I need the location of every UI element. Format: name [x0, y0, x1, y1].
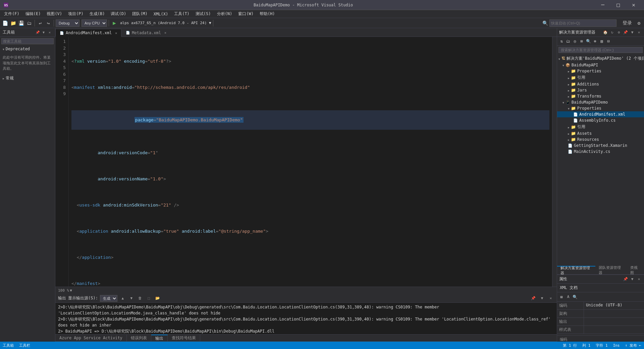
menu-debug[interactable]: 调试(D) [108, 10, 129, 17]
start-debug-button[interactable]: ▶ [111, 19, 118, 27]
prop-tool-alpha[interactable]: Ａ [565, 294, 571, 300]
sol-properties-2[interactable]: 📁 Properties [557, 105, 644, 111]
menu-project[interactable]: 项目(P) [65, 10, 86, 17]
register-button[interactable]: 登录 [620, 19, 635, 27]
sol-solution-root[interactable]: 🏗 解决方案'BaiduMapAPIDemo' (2 个项目) [557, 55, 644, 62]
output-open-log[interactable]: 📂 [154, 295, 161, 302]
menu-view[interactable]: 视图(V) [44, 10, 65, 17]
status-char[interactable]: 字符 1 [596, 343, 607, 348]
sol-assemblyinfo[interactable]: 📄 AssemblyInfo.cs [557, 117, 644, 123]
editor-scrollbar[interactable] [552, 37, 557, 287]
prop-tool-search[interactable]: 🔍 [572, 294, 578, 300]
minimize-button[interactable]: ─ [595, 0, 610, 10]
sol-ref-1[interactable]: 📁 引用 [557, 74, 644, 81]
sol-tab-solution-explorer[interactable]: 解决方案资源管理器 [557, 266, 595, 274]
status-toolbar[interactable]: 工具栏 [19, 343, 30, 348]
menu-xml[interactable]: XML(X) [151, 11, 171, 17]
bottom-tab-errors[interactable]: 错误列表 [127, 335, 151, 341]
tab-metadata[interactable]: 📄 Metadata.xml ✕ [121, 28, 171, 37]
sol-tool-5[interactable]: 🔍 [585, 38, 591, 44]
prop-tool-categories[interactable]: ⊞ [558, 294, 565, 300]
sol-assets[interactable]: 📁 Assets [557, 130, 644, 136]
menu-window[interactable]: 窗口(W) [235, 10, 256, 17]
tab-androidmanifest[interactable]: 📄 AndroidManifest.xml ✕ [55, 29, 121, 37]
toolbar-undo[interactable]: ↩ [37, 19, 44, 27]
bottom-tab-azure[interactable]: Azure App Service Activity [55, 335, 127, 341]
sol-tab-team-explorer[interactable]: 团队资源管理器 [595, 266, 627, 274]
menu-analyze[interactable]: 分析(N) [214, 10, 235, 17]
prop-pin-icon[interactable]: 📌 [623, 276, 629, 282]
output-source-dropdown[interactable]: 生成 [100, 295, 117, 302]
sol-additions[interactable]: 📁 Additions [557, 81, 644, 87]
toolbox-close-button[interactable]: ✕ [47, 30, 52, 35]
toolbar-redo[interactable]: ↪ [45, 19, 52, 27]
toolbox-pin-button[interactable]: 📌 [35, 30, 40, 35]
debug-config-dropdown[interactable]: Debug Release [56, 19, 79, 27]
solution-search-input[interactable] [558, 47, 643, 53]
quick-search-input[interactable] [549, 19, 616, 27]
sol-transforms[interactable]: 📁 Transforms [557, 93, 644, 99]
menu-help[interactable]: 帮助(H) [257, 10, 278, 17]
sol-tab-class-view[interactable]: 类视图 [627, 266, 644, 274]
toolbar-new[interactable]: 📄 [1, 19, 9, 27]
sol-close-icon[interactable]: ✕ [636, 30, 642, 36]
code-editor[interactable]: 1 2 3 4 5 6 7 8 9 <?xml version="1.0" en… [55, 37, 557, 287]
sol-tool-4[interactable]: ⊞ [579, 38, 585, 44]
sol-properties-1[interactable]: 📁 Properties [557, 68, 644, 74]
sol-baidumapapidemo-project[interactable]: 📱 BaiduMapAPIDemo [557, 99, 644, 105]
sol-tool-2[interactable]: 🗂 [565, 38, 571, 44]
platform-dropdown[interactable]: Any CPU [82, 19, 107, 27]
sol-home-icon[interactable]: 🏠 [602, 30, 608, 36]
bottom-tab-output[interactable]: 输出 [151, 335, 168, 341]
sol-ref-2[interactable]: 📁 引用 [557, 123, 644, 130]
output-clear[interactable]: 🗑 [137, 295, 144, 302]
tab-metadata-close[interactable]: ✕ [164, 31, 166, 35]
sol-refresh-icon[interactable]: ↻ [609, 30, 615, 36]
toolbox-arrow-button[interactable]: ▼ [41, 30, 46, 35]
menu-file[interactable]: 文件(F) [1, 10, 22, 17]
toolbox-search-input[interactable] [1, 38, 54, 44]
toolbar-settings[interactable]: ⚙ [635, 19, 643, 27]
sol-arrow-icon[interactable]: ▼ [629, 30, 635, 36]
sol-baidumapapi-project[interactable]: 📦 BaiduMapAPI [557, 62, 644, 68]
menu-team[interactable]: 团队(M) [129, 10, 150, 17]
status-publish[interactable]: ↑ 发布 ← [625, 343, 642, 348]
sol-tool-3[interactable]: ◎ [572, 38, 578, 44]
output-scroll-up[interactable]: ▲ [119, 295, 126, 302]
maximize-button[interactable]: □ [610, 0, 626, 10]
sol-resources[interactable]: 📁 Resources [557, 136, 644, 142]
code-content[interactable]: <?xml version="1.0" encoding="utf-8"?> <… [69, 37, 552, 287]
toolbox-common-section[interactable]: 常规 [0, 74, 55, 82]
status-col[interactable]: 列 1 [582, 343, 590, 348]
output-arrow[interactable]: ▼ [539, 295, 545, 302]
sol-tool-7[interactable]: ▤ [599, 38, 605, 44]
sol-androidmanifest[interactable]: 📄 AndroidManifest.xml [557, 111, 644, 117]
menu-tools[interactable]: 工具(T) [171, 10, 192, 17]
sol-pin-icon[interactable]: 📌 [623, 30, 629, 36]
toolbar-save-all[interactable]: 🗂 [25, 19, 33, 27]
sol-tool-8[interactable]: ⊟ [605, 38, 611, 44]
zoom-dropdown-icon[interactable]: ▼ [70, 288, 72, 293]
menu-test[interactable]: 测试(S) [193, 10, 214, 17]
prop-arrow-icon[interactable]: ▼ [629, 276, 635, 282]
status-ins[interactable]: Ins [613, 343, 620, 348]
sol-jars[interactable]: 📁 Jars [557, 87, 644, 93]
sol-gettingstarted[interactable]: 📄 GettingStarted.Xamarin [557, 142, 644, 149]
sol-mainactivity[interactable]: 📄 MainActivity.cs [557, 149, 644, 155]
close-button[interactable]: ✕ [626, 0, 641, 10]
tab-androidmanifest-close[interactable]: ✕ [115, 31, 117, 35]
status-line[interactable]: 第 1 行 [563, 343, 577, 348]
sol-tool-1[interactable]: ⇅ [558, 38, 565, 44]
toolbar-save[interactable]: 💾 [17, 19, 25, 27]
toolbox-deprecated-section[interactable]: Deprecated [0, 46, 55, 52]
sol-tool-6[interactable]: ⊕ [592, 38, 598, 44]
output-scroll-down[interactable]: ▼ [128, 295, 135, 302]
bottom-tab-find[interactable]: 查找符号结果 [168, 335, 200, 341]
status-toolbox[interactable]: 工具箱 [3, 343, 14, 348]
output-word-wrap[interactable]: ⬚ [146, 295, 152, 302]
menu-edit[interactable]: 编辑(E) [23, 10, 44, 17]
sol-settings-icon[interactable]: ⚙ [616, 30, 622, 36]
prop-close-icon[interactable]: ✕ [636, 276, 642, 282]
toolbar-open[interactable]: 📁 [9, 19, 17, 27]
output-close[interactable]: ✕ [547, 295, 554, 302]
